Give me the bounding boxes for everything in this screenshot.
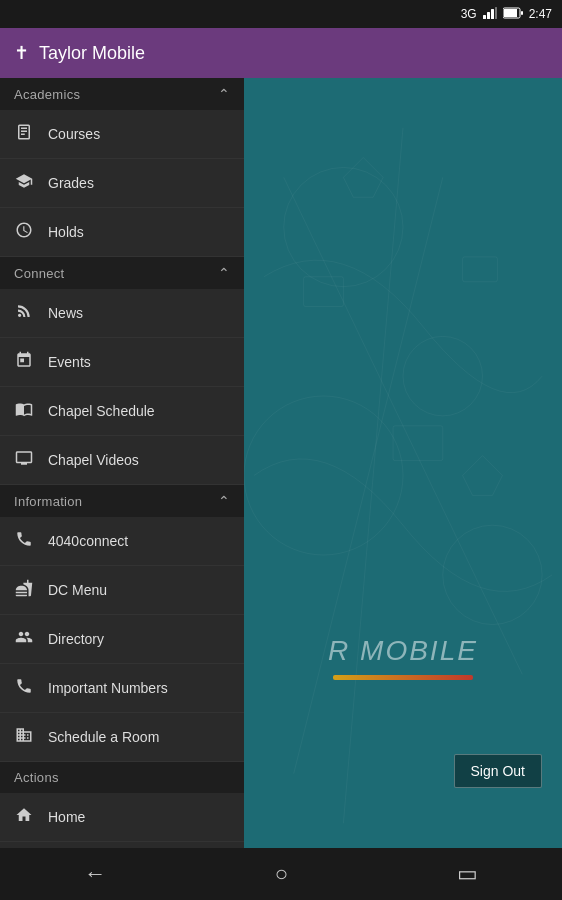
recent-apps-button[interactable]: ▭ [437, 853, 498, 895]
events-label: Events [48, 354, 91, 370]
building-icon [14, 726, 34, 748]
sidebar-item-holds[interactable]: Holds [0, 208, 244, 257]
app-title: Taylor Mobile [39, 43, 145, 64]
courses-label: Courses [48, 126, 100, 142]
sidebar: Academics ⌃ Courses Grades Holds Connect… [0, 78, 244, 848]
dc-menu-label: DC Menu [48, 582, 107, 598]
important-numbers-label: Important Numbers [48, 680, 168, 696]
sidebar-item-4040connect[interactable]: 4040connect [0, 517, 244, 566]
svg-rect-16 [463, 257, 498, 282]
chevron-up-icon: ⌃ [218, 86, 230, 102]
chapel-videos-label: Chapel Videos [48, 452, 139, 468]
book-icon [14, 123, 34, 145]
mobile-title: R MOBILE [254, 635, 552, 667]
utensils-icon [14, 579, 34, 601]
section-academics[interactable]: Academics ⌃ [0, 78, 244, 110]
section-information-label: Information [14, 494, 82, 509]
svg-point-8 [403, 336, 483, 416]
time-display: 2:47 [529, 7, 552, 21]
sidebar-item-directory[interactable]: Directory [0, 615, 244, 664]
holds-label: Holds [48, 224, 84, 240]
sidebar-item-schedule-room[interactable]: Schedule a Room [0, 713, 244, 762]
sidebar-item-home[interactable]: Home [0, 793, 244, 842]
svg-rect-1 [487, 12, 490, 19]
phone-alt-icon [14, 530, 34, 552]
sidebar-item-grades[interactable]: Grades [0, 159, 244, 208]
svg-line-12 [343, 128, 403, 824]
phone-icon [14, 677, 34, 699]
4040connect-label: 4040connect [48, 533, 128, 549]
tv-icon [14, 449, 34, 471]
sidebar-item-news[interactable]: News [0, 289, 244, 338]
status-bar: 3G 2:47 [0, 0, 562, 28]
rss-icon [14, 302, 34, 324]
section-connect-label: Connect [14, 266, 65, 281]
schedule-room-label: Schedule a Room [48, 729, 159, 745]
section-actions-label: Actions [14, 770, 59, 785]
sidebar-item-courses[interactable]: Courses [0, 110, 244, 159]
clock-icon [14, 221, 34, 243]
app-icon: ✝ [14, 42, 29, 64]
section-academics-label: Academics [14, 87, 80, 102]
sidebar-item-events[interactable]: Events [0, 338, 244, 387]
users-icon [14, 628, 34, 650]
app-header: ✝ Taylor Mobile [0, 28, 562, 78]
sidebar-item-chapel-schedule[interactable]: Chapel Schedule [0, 387, 244, 436]
svg-marker-18 [463, 456, 503, 496]
chapel-schedule-label: Chapel Schedule [48, 403, 155, 419]
sidebar-item-dc-menu[interactable]: DC Menu [0, 566, 244, 615]
section-connect[interactable]: Connect ⌃ [0, 257, 244, 289]
directory-label: Directory [48, 631, 104, 647]
svg-rect-3 [495, 7, 497, 19]
signal-icon: 3G [461, 7, 477, 21]
svg-rect-6 [521, 11, 523, 15]
home-label: Home [48, 809, 85, 825]
chevron-up-icon-3: ⌃ [218, 493, 230, 509]
sign-out-button[interactable]: Sign Out [454, 754, 542, 788]
svg-point-9 [244, 396, 403, 555]
home-icon [14, 806, 34, 828]
main-layout: Academics ⌃ Courses Grades Holds Connect… [0, 78, 562, 848]
section-actions: Actions [0, 762, 244, 793]
main-title-area: R MOBILE [254, 635, 552, 688]
svg-rect-14 [304, 277, 344, 307]
section-information[interactable]: Information ⌃ [0, 485, 244, 517]
book-open-icon [14, 400, 34, 422]
sidebar-item-chapel-videos[interactable]: Chapel Videos [0, 436, 244, 485]
main-content: R MOBILE Sign Out [244, 78, 562, 848]
svg-rect-0 [483, 15, 486, 19]
sidebar-item-important-numbers[interactable]: Important Numbers [0, 664, 244, 713]
color-bar [333, 675, 473, 680]
svg-rect-2 [491, 9, 494, 19]
svg-rect-5 [504, 9, 517, 17]
grades-label: Grades [48, 175, 94, 191]
home-button[interactable]: ○ [255, 853, 308, 895]
graduation-cap-icon [14, 172, 34, 194]
calendar-icon [14, 351, 34, 373]
svg-point-7 [284, 167, 403, 286]
signal-bars [483, 7, 497, 22]
nav-bar: ← ○ ▭ [0, 848, 562, 900]
back-button[interactable]: ← [64, 853, 126, 895]
battery-icon [503, 7, 523, 22]
news-label: News [48, 305, 83, 321]
chevron-up-icon-2: ⌃ [218, 265, 230, 281]
